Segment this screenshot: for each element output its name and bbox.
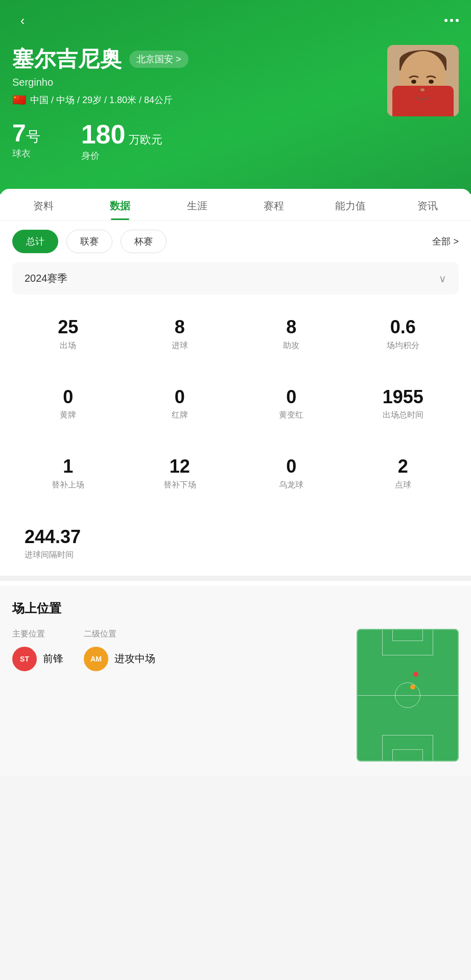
filter-row: 总计 联赛 杯赛 全部 > bbox=[0, 220, 471, 262]
svg-point-2 bbox=[420, 88, 425, 91]
season-text: 2024赛季 bbox=[25, 272, 68, 285]
extra-stat: 244.37 进球间隔时间 bbox=[12, 516, 459, 576]
stats-section: 25 出场 8 进球 8 助攻 0.6 场均积分 0 黄牌 0 bbox=[0, 307, 471, 576]
stat-own-goal: 0 乌龙球 bbox=[236, 446, 347, 501]
stat-label-yellow-red: 黄变红 bbox=[241, 410, 342, 421]
primary-position-tag: ST 前锋 bbox=[12, 647, 63, 671]
stat-value-own-goal: 0 bbox=[241, 456, 342, 477]
jersey-label: 球衣 bbox=[12, 148, 40, 160]
stat-label-assists: 助攻 bbox=[241, 340, 342, 351]
position-labels: 主要位置 ST 前锋 二级位置 AM 进攻中场 bbox=[12, 629, 346, 671]
player-meta: 🇨🇳 中国 / 中场 / 29岁 / 1.80米 / 84公斤 bbox=[12, 93, 377, 107]
stat-label-appearances: 出场 bbox=[17, 340, 119, 351]
stat-total-time: 1955 出场总时间 bbox=[347, 377, 459, 431]
season-selector[interactable]: 2024赛季 ∨ bbox=[12, 262, 459, 295]
stat-yellow: 0 黄牌 bbox=[12, 377, 124, 431]
stats-grid-2: 0 黄牌 0 红牌 0 黄变红 1955 出场总时间 bbox=[12, 377, 459, 431]
tab-shuju[interactable]: 数据 bbox=[82, 189, 158, 220]
back-button[interactable]: ‹ bbox=[12, 10, 33, 31]
dot3 bbox=[456, 19, 459, 22]
tab-zixun[interactable]: 资讯 bbox=[389, 189, 466, 220]
stat-label-goals: 进球 bbox=[129, 340, 231, 351]
player-info: 塞尔吉尼奥 北京国安 > Serginho 🇨🇳 中国 / 中场 / 29岁 /… bbox=[12, 45, 377, 162]
stat-label-sub-off: 替补下场 bbox=[129, 480, 231, 491]
stat-avg-score: 0.6 场均积分 bbox=[347, 307, 459, 361]
extra-stat-label: 进球间隔时间 bbox=[25, 550, 446, 560]
svg-rect-3 bbox=[403, 110, 443, 116]
filter-cup[interactable]: 杯赛 bbox=[121, 230, 167, 253]
secondary-position-group: 二级位置 AM 进攻中场 bbox=[84, 629, 155, 671]
stat-value-sub-off: 12 bbox=[129, 456, 231, 477]
stat-goals: 8 进球 bbox=[124, 307, 236, 361]
tab-saicheng[interactable]: 赛程 bbox=[236, 189, 312, 220]
am-badge: AM bbox=[84, 647, 108, 671]
filter-all[interactable]: 全部 > bbox=[432, 235, 459, 248]
top-bar: ‹ bbox=[12, 10, 459, 31]
stat-value-yellow-red: 0 bbox=[241, 387, 342, 407]
stat-appearances: 25 出场 bbox=[12, 307, 124, 361]
stat-value-red: 0 bbox=[129, 387, 231, 407]
team-badge[interactable]: 北京国安 > bbox=[129, 51, 189, 68]
position-title: 场上位置 bbox=[12, 600, 459, 617]
stat-label-avg-score: 场均积分 bbox=[352, 340, 454, 351]
pitch-center-circle bbox=[395, 682, 420, 708]
pitch-top-small-box bbox=[392, 630, 423, 641]
player-avatar bbox=[387, 45, 459, 116]
tab-shengyai[interactable]: 生涯 bbox=[159, 189, 236, 220]
secondary-position-title: 二级位置 bbox=[84, 629, 155, 640]
stat-value-assists: 8 bbox=[241, 317, 342, 337]
tab-nenglizhi[interactable]: 能力值 bbox=[312, 189, 389, 220]
stat-label-yellow: 黄牌 bbox=[17, 410, 119, 421]
svg-point-1 bbox=[429, 80, 434, 84]
dot1 bbox=[444, 19, 448, 22]
value-label: 身价 bbox=[81, 150, 162, 162]
stat-label-own-goal: 乌龙球 bbox=[241, 480, 342, 491]
stat-yellow-red: 0 黄变红 bbox=[236, 377, 347, 431]
player-name: 塞尔吉尼奥 bbox=[12, 45, 122, 74]
pitch-dot-secondary bbox=[410, 684, 415, 690]
stat-value-yellow: 0 bbox=[17, 387, 119, 407]
hero-section: ‹ 塞尔吉尼奥 北京国安 > Serginho 🇨🇳 中国 / 中场 / 29岁… bbox=[0, 0, 471, 194]
stat-value-goals: 8 bbox=[129, 317, 231, 337]
stat-label-sub-on: 替补上场 bbox=[17, 480, 119, 491]
dot2 bbox=[450, 19, 453, 22]
position-section: 场上位置 主要位置 ST 前锋 二级位置 AM 进攻中场 bbox=[0, 586, 471, 776]
divider bbox=[0, 576, 471, 581]
value-stat: 180 万欧元 身价 bbox=[81, 121, 162, 162]
svg-point-0 bbox=[411, 80, 416, 84]
name-row: 塞尔吉尼奥 北京国安 > bbox=[12, 45, 377, 74]
jersey-number: 7号 bbox=[12, 121, 40, 145]
primary-position-name: 前锋 bbox=[43, 652, 63, 666]
player-value: 180 万欧元 bbox=[81, 121, 162, 148]
tab-bar: 资料 数据 生涯 赛程 能力值 资讯 bbox=[0, 189, 471, 220]
meta-text: 中国 / 中场 / 29岁 / 1.80米 / 84公斤 bbox=[30, 94, 173, 106]
avatar-face-svg bbox=[387, 45, 459, 116]
chevron-down-icon: ∨ bbox=[439, 273, 446, 285]
stat-value-avg-score: 0.6 bbox=[352, 317, 454, 337]
stat-penalty: 2 点球 bbox=[347, 446, 459, 501]
hero-stats: 7号 球衣 180 万欧元 身价 bbox=[12, 121, 377, 162]
secondary-position-name: 进攻中场 bbox=[114, 652, 155, 666]
football-pitch bbox=[357, 629, 459, 762]
extra-stat-value: 244.37 bbox=[25, 526, 446, 548]
stat-red: 0 红牌 bbox=[124, 377, 236, 431]
more-button[interactable] bbox=[444, 19, 459, 22]
filter-total[interactable]: 总计 bbox=[12, 230, 58, 253]
hero-content: 塞尔吉尼奥 北京国安 > Serginho 🇨🇳 中国 / 中场 / 29岁 /… bbox=[12, 45, 459, 162]
stat-value-sub-on: 1 bbox=[17, 456, 119, 477]
pitch-dot-primary bbox=[413, 672, 418, 677]
jersey-stat: 7号 球衣 bbox=[12, 121, 40, 162]
primary-position-title: 主要位置 bbox=[12, 629, 63, 640]
stat-sub-off: 12 替补下场 bbox=[124, 446, 236, 501]
stat-label-red: 红牌 bbox=[129, 410, 231, 421]
back-icon: ‹ bbox=[20, 13, 25, 29]
stats-grid-3: 1 替补上场 12 替补下场 0 乌龙球 2 点球 bbox=[12, 446, 459, 501]
stat-value-total-time: 1955 bbox=[352, 387, 454, 407]
stats-grid-1: 25 出场 8 进球 8 助攻 0.6 场均积分 bbox=[12, 307, 459, 361]
flag-icon: 🇨🇳 bbox=[12, 93, 26, 107]
position-content: 主要位置 ST 前锋 二级位置 AM 进攻中场 bbox=[12, 629, 459, 762]
tab-ziliao[interactable]: 资料 bbox=[5, 189, 82, 220]
stat-label-total-time: 出场总时间 bbox=[352, 410, 454, 421]
secondary-position-tag: AM 进攻中场 bbox=[84, 647, 155, 671]
filter-league[interactable]: 联赛 bbox=[66, 230, 112, 253]
